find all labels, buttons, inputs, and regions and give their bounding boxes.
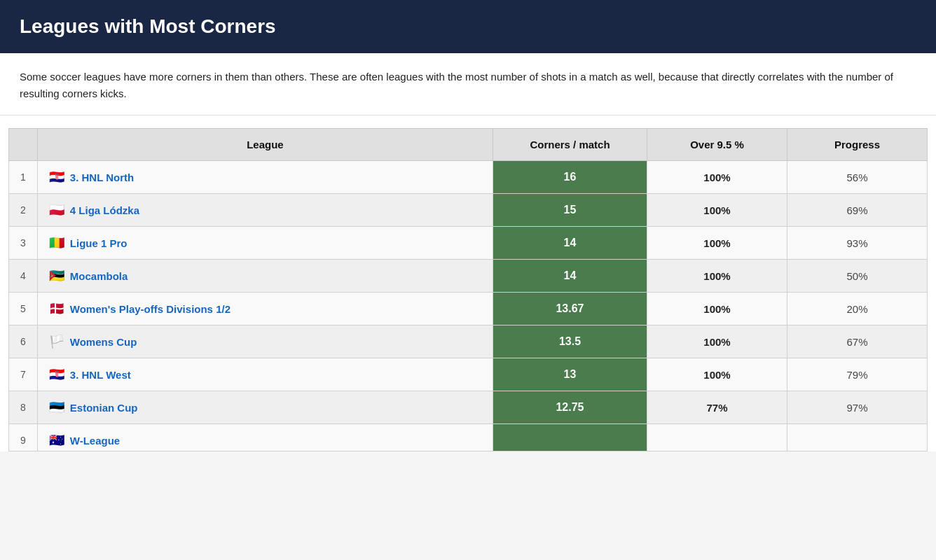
rank-cell: 5	[9, 293, 38, 326]
corners-cell: 14	[493, 227, 647, 260]
table-row: 6🏳️Womens Cup13.5100%67%	[9, 326, 928, 358]
league-link[interactable]: Mocambola	[70, 270, 128, 282]
table-row-partial: 9🇦🇺W-League	[9, 424, 928, 451]
league-link[interactable]: Women's Play-offs Divisions 1/2	[70, 303, 230, 315]
over-cell: 100%	[647, 194, 787, 227]
league-name-cell: 🇲🇿Mocambola	[37, 260, 493, 293]
league-name-cell: 🏳️Womens Cup	[37, 326, 493, 358]
flag-icon: 🇲🇿	[49, 270, 64, 282]
corners-cell: 13	[493, 358, 647, 391]
progress-cell: 20%	[787, 293, 928, 326]
over-cell	[647, 424, 787, 451]
flag-icon: 🇲🇱	[49, 237, 64, 249]
league-name-cell: 🇦🇺W-League	[37, 424, 493, 451]
corners-cell: 13.5	[493, 326, 647, 358]
progress-cell: 50%	[787, 260, 928, 293]
corners-cell	[493, 424, 647, 451]
rank-cell: 7	[9, 358, 38, 391]
league-link[interactable]: Ligue 1 Pro	[70, 237, 128, 249]
league-link[interactable]: 3. HNL North	[70, 172, 134, 183]
table-row: 8🇪🇪Estonian Cup12.7577%97%	[9, 391, 928, 424]
table-row: 5🇩🇰Women's Play-offs Divisions 1/213.671…	[9, 293, 928, 326]
over-cell: 100%	[647, 260, 787, 293]
flag-icon: 🇦🇺	[49, 434, 64, 447]
rank-cell: 4	[9, 260, 38, 293]
flag-icon: 🇭🇷	[49, 171, 64, 183]
flag-icon: 🇩🇰	[49, 302, 64, 315]
leagues-table: League Corners / match Over 9.5 % Progre…	[8, 128, 928, 451]
progress-cell: 67%	[787, 326, 928, 358]
rank-cell: 1	[9, 161, 38, 194]
rank-cell: 3	[9, 227, 38, 260]
corners-cell: 12.75	[493, 391, 647, 424]
table-wrapper: League Corners / match Over 9.5 % Progre…	[0, 115, 936, 451]
table-row: 3🇲🇱Ligue 1 Pro14100%93%	[9, 227, 928, 260]
over-cell: 100%	[647, 227, 787, 260]
league-name-cell: 🇭🇷3. HNL North	[37, 161, 493, 194]
league-link[interactable]: 3. HNL West	[70, 369, 131, 381]
progress-cell: 97%	[787, 391, 928, 424]
col-progress: Progress	[787, 129, 928, 161]
progress-cell: 56%	[787, 161, 928, 194]
league-link[interactable]: W-League	[70, 435, 120, 447]
flag-icon: 🇪🇪	[49, 401, 64, 414]
rank-cell: 8	[9, 391, 38, 424]
flag-icon: 🇭🇷	[49, 368, 64, 381]
corners-cell: 13.67	[493, 293, 647, 326]
corners-cell: 14	[493, 260, 647, 293]
league-name-cell: 🇪🇪Estonian Cup	[37, 391, 493, 424]
table-row: 2🇵🇱4 Liga Lódzka15100%69%	[9, 194, 928, 227]
over-cell: 100%	[647, 358, 787, 391]
league-link[interactable]: Estonian Cup	[70, 402, 138, 414]
col-over: Over 9.5 %	[647, 129, 787, 161]
col-league: League	[37, 129, 493, 161]
description-section: Some soccer leagues have more corners in…	[0, 53, 936, 115]
page-title: Leagues with Most Corners	[20, 15, 916, 38]
league-name-cell: 🇩🇰Women's Play-offs Divisions 1/2	[37, 293, 493, 326]
flag-icon: 🏳️	[49, 335, 64, 348]
over-cell: 100%	[647, 293, 787, 326]
table-row: 1🇭🇷3. HNL North16100%56%	[9, 161, 928, 194]
league-link[interactable]: 4 Liga Lódzka	[70, 204, 139, 216]
description-text: Some soccer leagues have more corners in…	[20, 69, 916, 102]
corners-cell: 16	[493, 161, 647, 194]
col-corners: Corners / match	[493, 129, 647, 161]
progress-cell: 79%	[787, 358, 928, 391]
table-row: 7🇭🇷3. HNL West13100%79%	[9, 358, 928, 391]
league-name-cell: 🇭🇷3. HNL West	[37, 358, 493, 391]
header-bar: Leagues with Most Corners	[0, 0, 936, 53]
league-name-cell: 🇲🇱Ligue 1 Pro	[37, 227, 493, 260]
progress-cell	[787, 424, 928, 451]
over-cell: 100%	[647, 161, 787, 194]
rank-cell: 6	[9, 326, 38, 358]
table-row: 4🇲🇿Mocambola14100%50%	[9, 260, 928, 293]
table-header-row: League Corners / match Over 9.5 % Progre…	[9, 129, 928, 161]
over-cell: 77%	[647, 391, 787, 424]
col-rank	[9, 129, 38, 161]
progress-cell: 69%	[787, 194, 928, 227]
over-cell: 100%	[647, 326, 787, 358]
league-link[interactable]: Womens Cup	[70, 336, 137, 348]
rank-cell: 9	[9, 424, 38, 451]
flag-icon: 🇵🇱	[49, 204, 64, 216]
rank-cell: 2	[9, 194, 38, 227]
progress-cell: 93%	[787, 227, 928, 260]
league-name-cell: 🇵🇱4 Liga Lódzka	[37, 194, 493, 227]
corners-cell: 15	[493, 194, 647, 227]
